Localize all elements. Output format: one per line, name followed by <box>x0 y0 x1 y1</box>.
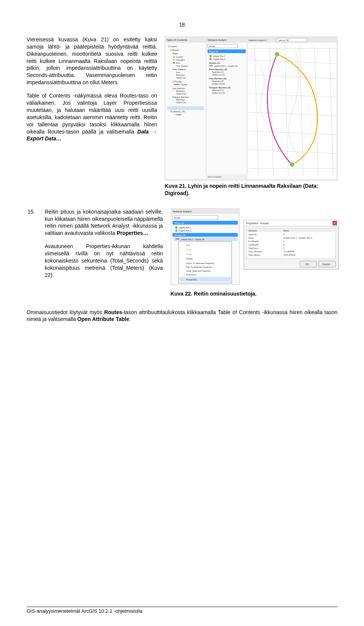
arcgis-map-svg: Table Of Contents ☑ Layers ☑ Route Stops… <box>165 36 337 181</box>
toc-polybarriers: Polygon Barriers <box>173 96 189 98</box>
toc-linebarriers: Line Barriers <box>173 87 185 90</box>
na-stop2: Graphic Pick 2 <box>213 58 225 60</box>
pd-r7a: Total_Meters <box>248 254 260 256</box>
cm-delete: Delete <box>186 258 193 260</box>
toc-lb-restriction: Restriction <box>176 90 185 92</box>
section-step-15: 15. Reitin pituus ja kokonaisajoaika saa… <box>27 208 337 297</box>
cm-directions: Directions <box>186 274 196 276</box>
pd-r5b: 2 <box>283 247 284 249</box>
pd-r4b: 3 <box>283 244 284 246</box>
figure-22-properties: Properties - Routes × Attribute Value Ob… <box>243 220 339 270</box>
na-lb-header: Line Barriers (0) <box>209 77 226 80</box>
caption-figure-21: Kuva 21. Lyhin ja nopein reitti Linnanma… <box>165 182 337 197</box>
toc-route: ☑ Route <box>170 49 179 51</box>
toc-pgb-restriction: Restriction <box>176 99 185 101</box>
svg-text:×: × <box>334 222 336 225</box>
svg-point-4 <box>175 226 177 229</box>
pd-cancel: Cancel <box>322 263 330 266</box>
start-marker-num: 1 <box>276 53 278 56</box>
na-pb-ac: Added Cost (0) <box>212 74 225 76</box>
toc-header-text: Table Of Contents <box>166 39 188 41</box>
na-stop2-dot <box>210 58 212 60</box>
cm-paste: Paste <box>186 253 192 255</box>
toc-edges: — Edges <box>174 114 182 116</box>
map-area-bg <box>247 38 337 180</box>
pd-r2a: Name <box>248 237 254 239</box>
pd-r5a: StopCount <box>248 247 258 249</box>
na-status-text: Solve completed <box>208 176 222 178</box>
cm-route-item: Graphic Pick 1 - Graphic Pic <box>181 238 205 241</box>
toc-routes-label: Routes <box>182 84 188 86</box>
pd-r3a: FirstStopID <box>248 240 259 242</box>
step-15-b: Properties… <box>117 230 148 236</box>
bottom-a: Ominaisuustiedot löytyvät myös <box>27 309 104 315</box>
na-header-text: Network Analyst <box>208 39 226 42</box>
toc-error: Error <box>176 62 180 64</box>
cm-pan: Pan To Selected Features <box>186 266 212 268</box>
bottom-b: Routes <box>104 309 122 315</box>
toc-selected-row <box>167 106 204 110</box>
cm-clear: Clear Selected Features <box>186 270 211 272</box>
na-pb-r: Restriction (0) <box>212 71 224 73</box>
toc-pb-restriction: Restriction <box>176 74 185 76</box>
cm-zoom: Zoom To Selected Features <box>186 262 214 264</box>
cm-gp2: Graphic Pick 2 <box>179 230 191 232</box>
pd-r1a: ObjectID <box>248 233 256 236</box>
cm-gp1: Graphic Pick 1 <box>179 226 191 229</box>
na-route-item: Graphic Pick 1 - Graphic Pic <box>215 65 238 67</box>
step-15-number: 15. <box>27 208 37 297</box>
cm-route: Route <box>174 217 180 219</box>
toc-stops: Stops <box>173 52 178 55</box>
cm-properties: Properties... <box>186 278 199 281</box>
error-dot <box>173 62 175 64</box>
pd-r1b: 2 <box>283 233 284 236</box>
svg-rect-15 <box>247 228 336 232</box>
section-figure21: Viereisessä kuvassa (Kuva 21) on esitett… <box>27 36 337 197</box>
caption-figure-22: Kuva 22. Reitin ominaisuustietoja. <box>171 290 257 297</box>
contextmenu-svg: Network Analyst Route Stops (2) Graphic … <box>171 209 239 285</box>
na-pb-header: Point Barriers (0) <box>209 68 228 71</box>
toc-layers: ☑ Layers <box>168 45 177 47</box>
na-lb-sc: Scaled Cost (0) <box>212 83 225 85</box>
paragraph-1: Viereisessä kuvassa (Kuva 21) on esitett… <box>27 36 157 86</box>
na-pgb-sc: Scaled Cost (0) <box>212 92 225 94</box>
pd-r2b: Graphic Pick 1 - Graphic Pick 2 <box>283 237 312 239</box>
bottom-e: . <box>129 316 131 322</box>
na-routes-header: Routes (1) <box>209 62 220 64</box>
toc-timeviol: Time Violation <box>176 65 188 67</box>
paragraph-2: Table of Contents -näkymässä oleva Route… <box>27 92 157 142</box>
step-15-para-c: Avautuneen Properties-ikkunan kahdella v… <box>45 243 163 278</box>
pd-h1: Attribute <box>248 230 257 232</box>
cm-copy: Copy <box>186 249 191 251</box>
figure-21-screenshot: Table Of Contents ☑ Layers ☑ Route Stops… <box>165 36 337 181</box>
toc-pointbarriers: Point Barriers <box>173 68 186 71</box>
pd-r6a: Total_Seconds <box>248 250 262 253</box>
na-panel-bg <box>206 38 247 180</box>
map-nd-label: network_ND <box>279 39 289 41</box>
toc-lb-scaled: Scaled Cost <box>176 93 187 94</box>
na-stop1-dot <box>210 55 212 57</box>
properties-svg: Properties - Routes × Attribute Value Ob… <box>244 220 339 269</box>
cm-stops: Stops (2) <box>175 222 184 224</box>
document-page: 18 Viereisessä kuvassa (Kuva 21) on esit… <box>0 0 364 626</box>
svg-point-5 <box>175 230 177 232</box>
pd-r4a: LastStopID <box>248 244 259 246</box>
pd-r3b: 4 <box>283 240 284 242</box>
figure-column-1: Table Of Contents ☑ Layers ☑ Route Stops… <box>165 36 337 197</box>
na-lb-r: Restriction (0) <box>212 80 224 82</box>
caption-21-text: Kuva 21. Lyhin ja nopein reitti Linnanma… <box>165 183 318 196</box>
na-stops-header: Stops (2) <box>209 50 218 53</box>
page-number: 18 <box>27 21 337 28</box>
text-column-1: Viereisessä kuvassa (Kuva 21) on esitett… <box>27 36 157 197</box>
cm-header: Network Analyst <box>173 210 191 213</box>
pd-h2: Value <box>283 230 289 232</box>
na-pgb-header: Polygon Barriers (0) <box>209 87 231 89</box>
located-dot <box>173 56 175 58</box>
pd-r6b: 774,068459 <box>283 250 294 253</box>
pd-ok: OK <box>305 263 309 266</box>
toc-pgb-scaled: Scaled Cost <box>176 102 187 104</box>
cm-cut: Cut <box>186 244 190 246</box>
na-stop1: Graphic Pick 1 <box>213 55 225 57</box>
step-15-para-a: Reitin pituus ja kokonaisajoaika saadaan… <box>45 208 163 237</box>
figure-22-column: Network Analyst Route Stops (2) Graphic … <box>171 208 339 297</box>
